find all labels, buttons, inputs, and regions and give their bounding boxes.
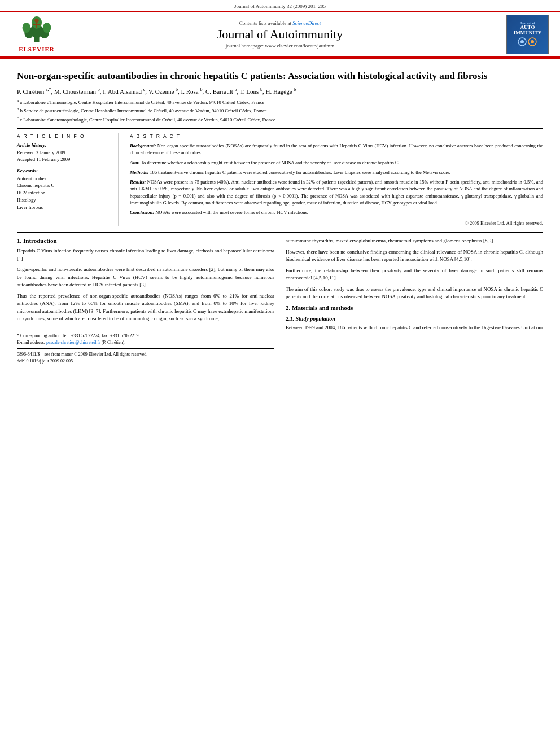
intro-right-para-2: However, there have been no conclusive f… [286,248,543,264]
abstract-conclusion: Conclusion: NOSAs were associated with t… [130,209,543,216]
history-label: Article history: [17,142,112,148]
journal-top-line: Journal of Autoimmunity 32 (2009) 201–20… [11,3,549,9]
methods-text: 186 treatment-naïve chronic hepatitis C … [150,169,450,175]
body-two-col: 1. Introduction Hepatitis C Virus infect… [17,237,543,365]
journal-title: Journal of Autoimmunity [62,27,498,42]
footnote-issn: 0896-8411/$ – see front matter © 2009 El… [17,351,274,358]
article-info-col: A R T I C L E I N F O Article history: R… [17,133,119,226]
elsevier-logo: ELSEVIER [11,16,62,53]
body-right: autoimmune thyroiditis, mixed cryoglobul… [286,237,543,365]
intro-right-para-3: Furthermore, the relationship between th… [286,267,543,282]
study-pop-title: 2.1. Study population [286,316,543,322]
affil-1: a a Laboratoire d'Immunologie, Centre Ho… [17,98,543,106]
results-label: Results: [130,179,146,185]
received-text: Received 3 January 2009 Accepted 11 Febr… [17,150,112,163]
intro-right-para-1: autoimmune thyroiditis, mixed cryoglobul… [286,237,543,245]
keywords-label: Keywords: [17,168,112,173]
article-content: Non-organ-specific autoantibodies in chr… [0,59,560,370]
journal-center: Contents lists available at ScienceDirec… [62,20,498,49]
body-left: 1. Introduction Hepatitis C Virus infect… [17,237,274,365]
journal-header-main: ELSEVIER Contents lists available at Sci… [0,12,560,58]
svg-point-13 [531,40,534,43]
svg-point-11 [520,40,524,43]
aim-text: To determine whether a relationship migh… [141,160,399,165]
sciencedirect-line: Contents lists available at ScienceDirec… [62,20,498,26]
abstract-results: Results: NOSAs were present in 75 patien… [130,178,543,206]
logo-decoration [517,36,539,47]
copyright: © 2009 Elsevier Ltd. All rights reserved… [130,220,543,226]
results-text: NOSAs were present in 75 patients (40%).… [130,179,543,206]
abstract-heading: A B S T R A C T [130,133,543,139]
abstract-col: A B S T R A C T Background: Non-organ-sp… [130,133,543,226]
study-pop-text: Between 1999 and 2004, 186 patients with… [286,324,543,332]
background-text: Non-organ-specific autoantibodies (NOSAs… [130,143,543,155]
methods-title: 2. Materials and methods [286,304,543,311]
authors-line: P. Chrétien a,*, M. Chousterman b, I. Ab… [17,87,543,95]
footnote-email: E-mail address: pascale.chretien@chicret… [17,339,274,346]
body-section: 1. Introduction Hepatitis C Virus infect… [17,232,543,365]
journal-logo-right: Journal of AUTOIMMUNITY [498,15,549,54]
abstract-methods: Methods: 186 treatment-naïve chronic hep… [130,169,543,176]
autoimmunity-logo: Journal of AUTOIMMUNITY [506,15,549,54]
logo-main-text: AUTOIMMUNITY [514,25,542,36]
svg-point-5 [43,23,51,33]
journal-citation: Journal of Autoimmunity 32 (2009) 201–20… [234,3,326,9]
keyword-1: Autoantibodies [17,175,112,182]
methods-label: Methods: [130,169,148,175]
affil-3: c c Laboratoire d'anatomopathologie, Cen… [17,116,543,124]
abstract-text: Background: Non-organ-specific autoantib… [130,142,543,226]
svg-point-4 [23,23,31,33]
article-title: Non-organ-specific autoantibodies in chr… [17,70,543,82]
intro-para-1: Hepatitis C Virus infection frequently c… [17,247,274,263]
footnote-section: * Corresponding author. Tel.: +331 57022… [17,329,274,365]
elsevier-label: ELSEVIER [19,46,55,53]
abstract-background: Background: Non-organ-specific autoantib… [130,142,543,156]
footnote-doi: doi:10.1016/j.jaut.2009.02.005 [17,358,274,365]
keyword-3: HCV infection [17,189,112,196]
affil-2: b b Service de gastroentérologie, Centre… [17,107,543,115]
keyword-2: Chronic hepatitis C [17,182,112,189]
abstract-aim: Aim: To determine whether a relationship… [130,159,543,166]
intro-para-2: Organ-specific and non-specific autoanti… [17,266,274,289]
page: Journal of Autoimmunity 32 (2009) 201–20… [0,0,560,747]
article-info-heading: A R T I C L E I N F O [17,133,112,139]
background-label: Background: [130,143,156,148]
info-abstract-section: A R T I C L E I N F O Article history: R… [17,128,543,226]
aim-label: Aim: [130,160,139,165]
intro-right-para-4: The aim of this cohort study was thus to… [286,286,543,301]
keyword-5: Liver fibrosis [17,204,112,211]
journal-homepage: journal homepage: www.elsevier.com/locat… [62,43,498,49]
affiliations: a a Laboratoire d'Immunologie, Centre Ho… [17,98,543,124]
keyword-4: Histology [17,196,112,204]
sciencedirect-link[interactable]: ScienceDirect [292,20,321,26]
conclusion-label: Conclusion: [130,209,154,215]
footnote-email-link[interactable]: pascale.chretien@chicreteil.fr [46,340,100,345]
intro-title: 1. Introduction [17,237,274,244]
svg-point-7 [34,19,38,23]
conclusion-text: NOSAs were associated with the most seve… [155,209,308,215]
intro-para-3: Thus the reported prevalence of non-orga… [17,292,274,323]
footnote-corresponding: * Corresponding author. Tel.: +331 57022… [17,333,274,339]
elsevier-tree-icon [17,16,56,45]
footnote-issn-section: 0896-8411/$ – see front matter © 2009 El… [17,348,274,365]
